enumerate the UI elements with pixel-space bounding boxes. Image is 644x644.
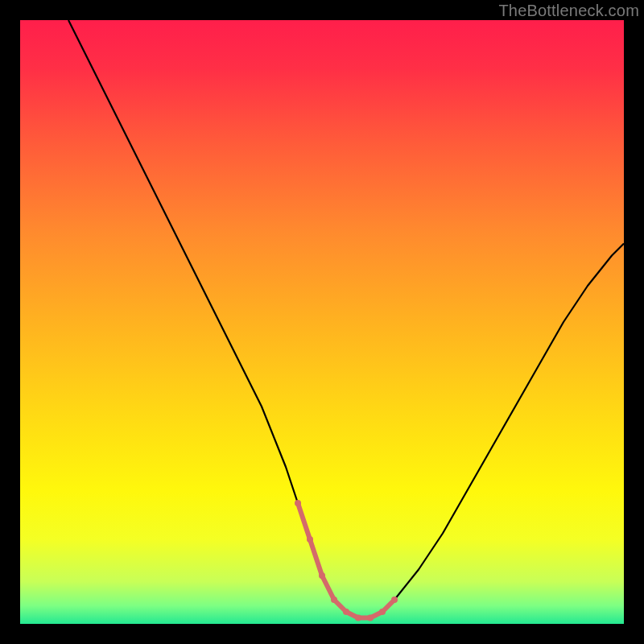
well-node [355, 615, 361, 621]
well-node [295, 500, 301, 506]
chart-frame: TheBottleneck.com [0, 0, 644, 644]
watermark-text: TheBottleneck.com [498, 2, 639, 20]
well-node [319, 572, 325, 579]
curve-svg [20, 20, 624, 624]
well-node [379, 609, 386, 615]
well-nodes [295, 500, 398, 621]
well-node [343, 609, 349, 615]
well-node [331, 597, 337, 603]
well-node [391, 597, 398, 603]
bottleneck-curve [68, 20, 624, 618]
plot-area [20, 20, 624, 624]
well-highlight [298, 503, 394, 618]
well-node [307, 536, 313, 543]
well-node [367, 615, 374, 621]
